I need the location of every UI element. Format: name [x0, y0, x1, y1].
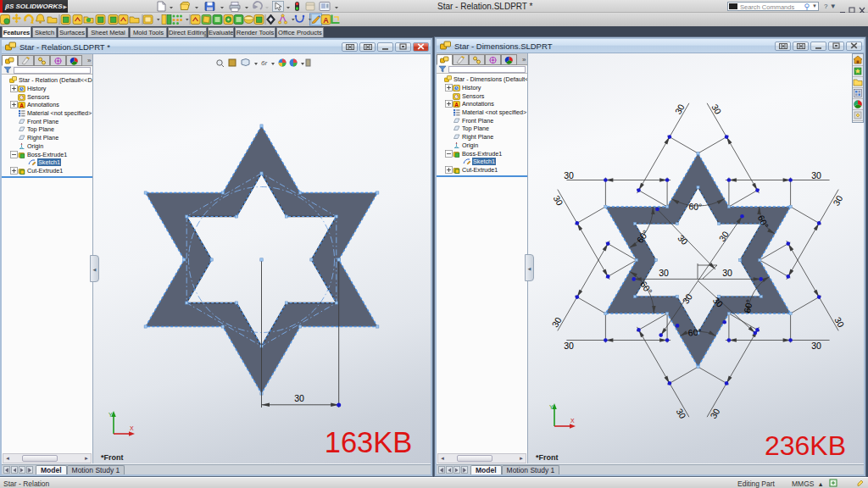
svg-text:30: 30 [676, 232, 690, 247]
svg-text:30: 30 [673, 103, 687, 116]
svg-text:30: 30 [549, 315, 563, 329]
svg-text:30: 30 [716, 229, 731, 243]
svg-text:X: X [570, 418, 575, 424]
svg-text:236KB: 236KB [765, 430, 846, 461]
svg-text:A: A [19, 103, 24, 108]
svg-text:Y: Y [549, 404, 554, 410]
svg-text:X: X [130, 425, 134, 431]
svg-text:30: 30 [811, 341, 821, 351]
svg-text:30: 30 [564, 170, 574, 180]
svg-text:30: 30 [659, 268, 669, 278]
svg-text:30: 30 [675, 407, 688, 420]
svg-text:30: 30 [294, 393, 304, 403]
svg-text:A: A [454, 102, 459, 108]
svg-text:30: 30 [552, 194, 565, 208]
svg-text:163KB: 163KB [325, 426, 413, 458]
svg-text:Y: Y [108, 412, 113, 418]
svg-text:30: 30 [564, 341, 574, 351]
svg-text:30: 30 [832, 315, 846, 329]
svg-text:60°: 60° [687, 326, 702, 337]
svg-text:30: 30 [709, 103, 723, 116]
svg-text:60°: 60° [688, 201, 702, 212]
svg-text:30: 30 [811, 170, 821, 180]
svg-text:A: A [323, 16, 329, 25]
svg-text:6r: 6r [261, 59, 267, 67]
svg-text:30: 30 [831, 193, 844, 207]
svg-text:30: 30 [708, 407, 721, 420]
svg-text:30: 30 [722, 268, 732, 278]
